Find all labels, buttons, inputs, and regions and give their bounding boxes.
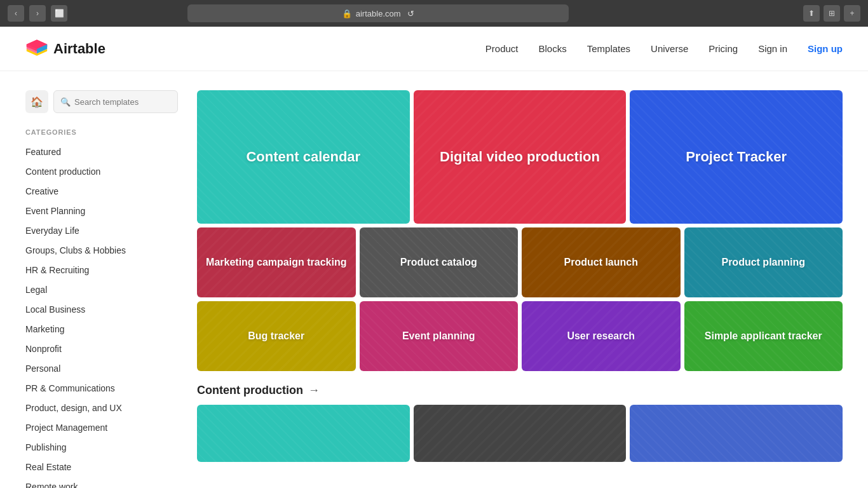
card-product-catalog[interactable]: Product catalog bbox=[360, 227, 519, 297]
sidebar-item-creative[interactable]: Creative bbox=[25, 182, 178, 201]
reload-icon: ↺ bbox=[407, 9, 414, 18]
logo-text: Airtable bbox=[53, 41, 105, 57]
sidebar-item-legal[interactable]: Legal bbox=[25, 280, 178, 300]
add-button[interactable]: + bbox=[844, 5, 860, 22]
sidebar-item-everyday-life[interactable]: Everyday Life bbox=[25, 221, 178, 241]
back-button[interactable]: ‹ bbox=[8, 5, 24, 22]
lock-icon: 🔒 bbox=[342, 9, 352, 18]
sidebar-item-local-business[interactable]: Local Business bbox=[25, 300, 178, 320]
sidebar-item-groups[interactable]: Groups, Clubs & Hobbies bbox=[25, 241, 178, 261]
new-tab-button[interactable]: ⊞ bbox=[824, 5, 840, 22]
card-bug-tracker[interactable]: Bug tracker bbox=[197, 301, 356, 371]
nav-templates[interactable]: Templates bbox=[587, 43, 630, 54]
card-product-launch[interactable]: Product launch bbox=[522, 227, 681, 297]
card-label: Digital video production bbox=[433, 142, 606, 172]
sidebar-item-product-design[interactable]: Product, design, and UX bbox=[25, 398, 178, 418]
nav-links: Product Blocks Templates Universe Pricin… bbox=[485, 43, 843, 54]
card-marketing-campaign[interactable]: Marketing campaign tracking bbox=[197, 227, 356, 297]
forward-button[interactable]: › bbox=[29, 5, 46, 22]
categories-label: CATEGORIES bbox=[25, 128, 178, 136]
sidebar-item-publishing[interactable]: Publishing bbox=[25, 438, 178, 458]
url-text: airtable.com bbox=[356, 9, 401, 18]
card-event-planning[interactable]: Event planning bbox=[360, 301, 519, 371]
card-overlay bbox=[197, 405, 410, 462]
card-applicant-tracker[interactable]: Simple applicant tracker bbox=[684, 301, 843, 371]
card-overlay bbox=[414, 405, 627, 462]
card-label: Product catalog bbox=[394, 250, 484, 274]
preview-card-2[interactable] bbox=[414, 405, 627, 462]
sidebar-item-project-management[interactable]: Project Management bbox=[25, 418, 178, 438]
nav-universe[interactable]: Universe bbox=[651, 43, 688, 54]
card-user-research[interactable]: User research bbox=[522, 301, 681, 371]
section-header-content-production[interactable]: Content production → bbox=[197, 384, 843, 397]
bottom-preview-grid bbox=[197, 405, 843, 462]
navbar: Airtable Product Blocks Templates Univer… bbox=[0, 27, 868, 71]
share-button[interactable]: ⬆ bbox=[803, 5, 820, 22]
sidebar-item-pr-communications[interactable]: PR & Communications bbox=[25, 379, 178, 398]
sidebar-item-event-planning[interactable]: Event Planning bbox=[25, 201, 178, 221]
sidebar-button[interactable]: ⬜ bbox=[51, 5, 67, 22]
section-label: Content production bbox=[197, 384, 303, 397]
search-input[interactable] bbox=[74, 97, 171, 107]
row3-grid: Bug tracker Event planning User research… bbox=[197, 301, 843, 371]
nav-signin[interactable]: Sign in bbox=[758, 43, 787, 54]
nav-pricing[interactable]: Pricing bbox=[709, 43, 738, 54]
card-label: Product planning bbox=[715, 250, 811, 274]
card-product-planning[interactable]: Product planning bbox=[684, 227, 843, 297]
preview-card-3[interactable] bbox=[630, 405, 843, 462]
url-bar[interactable]: 🔒 airtable.com ↺ bbox=[187, 4, 569, 22]
card-label: Bug tracker bbox=[241, 323, 311, 348]
card-overlay bbox=[630, 405, 843, 462]
card-label: Content calendar bbox=[240, 142, 367, 172]
sidebar-item-remote-work[interactable]: Remote work bbox=[25, 477, 178, 488]
logo-icon bbox=[25, 37, 48, 60]
card-digital-video[interactable]: Digital video production bbox=[414, 90, 627, 224]
search-icon: 🔍 bbox=[60, 97, 71, 107]
sidebar-item-real-estate[interactable]: Real Estate bbox=[25, 458, 178, 477]
browser-chrome: ‹ › ⬜ 🔒 airtable.com ↺ ⬆ ⊞ + bbox=[0, 0, 868, 27]
sidebar-item-personal[interactable]: Personal bbox=[25, 359, 178, 379]
preview-card-1[interactable] bbox=[197, 405, 410, 462]
sidebar-item-marketing[interactable]: Marketing bbox=[25, 320, 178, 339]
card-label: Marketing campaign tracking bbox=[200, 250, 353, 274]
row2-grid: Marketing campaign tracking Product cata… bbox=[197, 227, 843, 297]
search-box[interactable]: 🔍 bbox=[53, 90, 178, 113]
card-label: Event planning bbox=[396, 323, 482, 348]
card-project-tracker[interactable]: Project Tracker bbox=[630, 90, 843, 224]
card-label: User research bbox=[560, 323, 641, 348]
card-label: Project Tracker bbox=[679, 142, 793, 172]
sidebar-item-hr-recruiting[interactable]: HR & Recruiting bbox=[25, 261, 178, 280]
browser-actions: ⬆ ⊞ + bbox=[803, 5, 860, 22]
sidebar-item-content-production[interactable]: Content production bbox=[25, 162, 178, 182]
logo[interactable]: Airtable bbox=[25, 37, 105, 60]
sidebar: 🏠 🔍 CATEGORIES Featured Content producti… bbox=[25, 90, 178, 488]
card-content-calendar[interactable]: Content calendar bbox=[197, 90, 410, 224]
sidebar-item-featured[interactable]: Featured bbox=[25, 142, 178, 162]
card-label: Simple applicant tracker bbox=[698, 323, 829, 348]
main-container: 🏠 🔍 CATEGORIES Featured Content producti… bbox=[0, 71, 868, 488]
section-arrow: → bbox=[308, 384, 320, 397]
home-button[interactable]: 🏠 bbox=[25, 90, 48, 113]
nav-blocks[interactable]: Blocks bbox=[539, 43, 567, 54]
sidebar-search-row: 🏠 🔍 bbox=[25, 90, 178, 113]
template-area: Content calendar Digital video productio… bbox=[197, 90, 843, 488]
nav-signup[interactable]: Sign up bbox=[808, 43, 843, 54]
sidebar-item-nonprofit[interactable]: Nonprofit bbox=[25, 339, 178, 359]
card-label: Product launch bbox=[558, 250, 644, 274]
nav-product[interactable]: Product bbox=[485, 43, 519, 54]
